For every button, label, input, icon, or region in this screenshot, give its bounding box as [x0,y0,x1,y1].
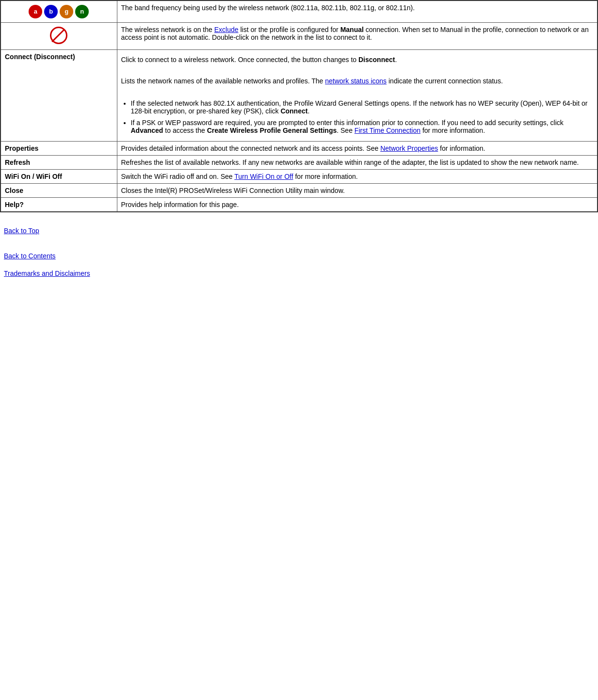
turn-wifi-on-off-link[interactable]: Turn WiFi On or Off [234,173,293,180]
refresh-label: Refresh [0,156,117,170]
connect-list: If the selected network has 802.1X authe… [131,99,594,134]
connect-list-item-1: If the selected network has 802.1X authe… [131,99,594,115]
wifi-description: Switch the WiFi radio off and on. See Tu… [117,170,598,184]
badge-b-icon: b [44,5,58,18]
badge-n-icon: n [75,5,89,18]
abgn-icons: a b g n [5,5,113,18]
table-row-wifi: WiFi On / WiFi Off Switch the WiFi radio… [0,170,598,184]
table-row-connect: Connect (Disconnect) Click to connect to… [0,50,598,142]
connect-para2: Lists the network names of the available… [121,77,594,85]
footer: Back to Top Back to Contents Trademarks … [0,212,598,292]
wifi-label: WiFi On / WiFi Off [0,170,117,184]
table-row-exclude: The wireless network is on the Exclude l… [0,23,598,50]
no-entry-icon [50,27,67,44]
table-row-refresh: Refresh Refreshes the list of available … [0,156,598,170]
trademarks-section: Trademarks and Disclaimers [4,270,594,277]
exclude-link[interactable]: Exclude [214,26,239,33]
back-to-contents-link[interactable]: Back to Contents [4,252,594,260]
trademarks-link[interactable]: Trademarks and Disclaimers [4,270,594,277]
help-description: Provides help information for this page. [117,198,598,212]
properties-label: Properties [0,142,117,156]
table-row-close: Close Closes the Intel(R) PROSet/Wireles… [0,184,598,198]
exclude-icon-cell [0,23,117,50]
table-row-properties: Properties Provides detailed information… [0,142,598,156]
network-properties-link[interactable]: Network Properties [380,144,438,152]
connect-label: Connect (Disconnect) [0,50,117,142]
back-to-top-link[interactable]: Back to Top [4,227,594,235]
exclude-description: The wireless network is on the Exclude l… [117,23,598,50]
help-label: Help? [0,198,117,212]
connect-description: Click to connect to a wireless network. … [117,50,598,142]
close-label: Close [0,184,117,198]
first-time-connection-link[interactable]: First Time Connection [355,127,420,134]
main-table: a b g n The band frequency being used by… [0,0,598,212]
table-row-help: Help? Provides help information for this… [0,198,598,212]
connect-para1: Click to connect to a wireless network. … [121,56,594,64]
properties-description: Provides detailed information about the … [117,142,598,156]
close-description: Closes the Intel(R) PROSet/Wireless WiFi… [117,184,598,198]
abgn-description: The band frequency being used by the wir… [117,0,598,23]
refresh-description: Refreshes the list of available networks… [117,156,598,170]
table-row-abgn: a b g n The band frequency being used by… [0,0,598,23]
badge-g-icon: g [60,5,73,18]
connect-list-item-2: If a PSK or WEP password are required, y… [131,119,594,134]
network-status-icons-link[interactable]: network status icons [325,77,387,85]
badge-a-icon: a [29,5,42,18]
abgn-icon-cell: a b g n [0,0,117,23]
